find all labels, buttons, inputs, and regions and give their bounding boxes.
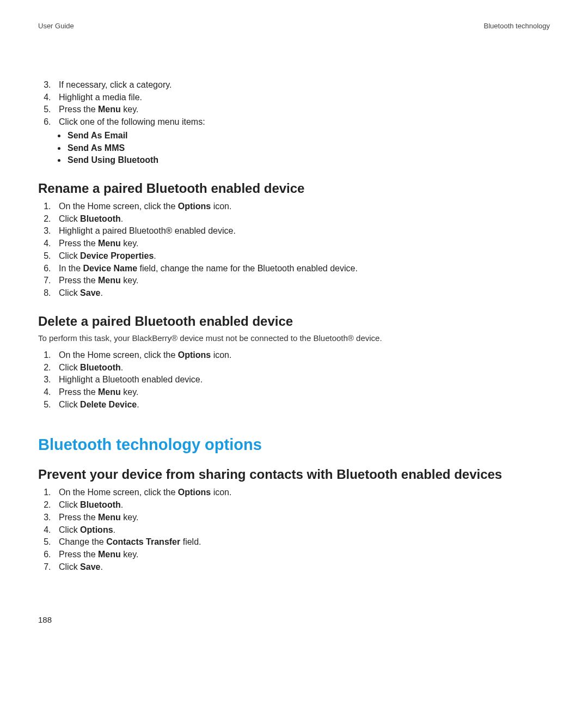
list-item: Click Bluetooth. [53, 213, 550, 226]
list-item: Click Bluetooth. [53, 499, 550, 512]
bold-term: Save [80, 288, 100, 297]
list-item: Click Save. [53, 287, 550, 300]
list-item: Change the Contacts Transfer field. [53, 536, 550, 549]
list-item: Send As Email [66, 130, 550, 142]
bold-term: Options [178, 350, 211, 360]
list-item: Highlight a paired Bluetooth® enabled de… [53, 225, 550, 238]
list-item: On the Home screen, click the Options ic… [53, 349, 550, 362]
section-heading-delete: Delete a paired Bluetooth enabled device [38, 314, 550, 329]
bold-term: Menu [98, 387, 121, 397]
bold-term: Send Using Bluetooth [68, 155, 158, 165]
section-heading-rename: Rename a paired Bluetooth enabled device [38, 181, 550, 196]
sub-bullet-list: Send As EmailSend As MMSSend Using Bluet… [59, 130, 550, 167]
list-item: On the Home screen, click the Options ic… [53, 200, 550, 213]
bold-term: Bluetooth [80, 214, 121, 223]
bold-term: Send As Email [68, 131, 128, 140]
bold-term: Menu [98, 276, 121, 285]
rename-steps: On the Home screen, click the Options ic… [38, 200, 550, 300]
bold-term: Bluetooth [80, 363, 121, 372]
bold-term: Contacts Transfer [106, 537, 180, 546]
bold-term: Menu [98, 105, 121, 114]
list-item: Press the Menu key. [53, 104, 550, 116]
bold-term: Save [80, 562, 100, 571]
bold-term: Options [178, 202, 211, 211]
list-item: Click Options. [53, 524, 550, 537]
bold-term: Options [80, 525, 113, 534]
bold-term: Menu [98, 550, 121, 559]
bold-term: Delete Device [80, 400, 137, 409]
bold-term: Bluetooth [80, 500, 121, 509]
section-heading-prevent: Prevent your device from sharing contact… [38, 467, 550, 482]
page-header: User Guide Bluetooth technology [38, 22, 550, 30]
list-item: If necessary, click a category. [53, 79, 550, 92]
list-item: Click Device Properties. [53, 250, 550, 263]
list-item: Press the Menu key. [53, 549, 550, 561]
header-left: User Guide [38, 22, 74, 30]
document-page: User Guide Bluetooth technology If neces… [0, 0, 588, 706]
list-item: Press the Menu key. [53, 512, 550, 524]
list-item: Click Save. [53, 561, 550, 574]
bold-term: Menu [98, 239, 121, 248]
list-item: Send As MMS [66, 142, 550, 155]
prevent-steps: On the Home screen, click the Options ic… [38, 486, 550, 573]
list-item: Press the Menu key. [53, 275, 550, 287]
delete-precondition-note: To perform this task, your BlackBerry® d… [38, 333, 550, 343]
list-item: In the Device Name field, change the nam… [53, 263, 550, 275]
major-heading-bt-options: Bluetooth technology options [38, 436, 550, 454]
list-item: Highlight a Bluetooth enabled device. [53, 374, 550, 386]
bold-term: Options [178, 488, 211, 497]
bold-term: Device Properties [80, 251, 154, 260]
page-number: 188 [38, 615, 52, 624]
delete-steps: On the Home screen, click the Options ic… [38, 349, 550, 411]
list-item: Click Bluetooth. [53, 362, 550, 374]
bold-term: Menu [98, 513, 121, 522]
list-item: Send Using Bluetooth [66, 154, 550, 167]
list-item: On the Home screen, click the Options ic… [53, 486, 550, 499]
bold-term: Send As MMS [68, 143, 125, 153]
continued-ordered-list: If necessary, click a category.Highlight… [38, 79, 550, 167]
list-item: Highlight a media file. [53, 92, 550, 104]
list-item: Press the Menu key. [53, 386, 550, 399]
header-right: Bluetooth technology [484, 22, 550, 30]
bold-term: Device Name [83, 264, 137, 273]
list-item: Click one of the following menu items:Se… [53, 116, 550, 167]
list-item: Click Delete Device. [53, 399, 550, 411]
list-item: Press the Menu key. [53, 238, 550, 250]
